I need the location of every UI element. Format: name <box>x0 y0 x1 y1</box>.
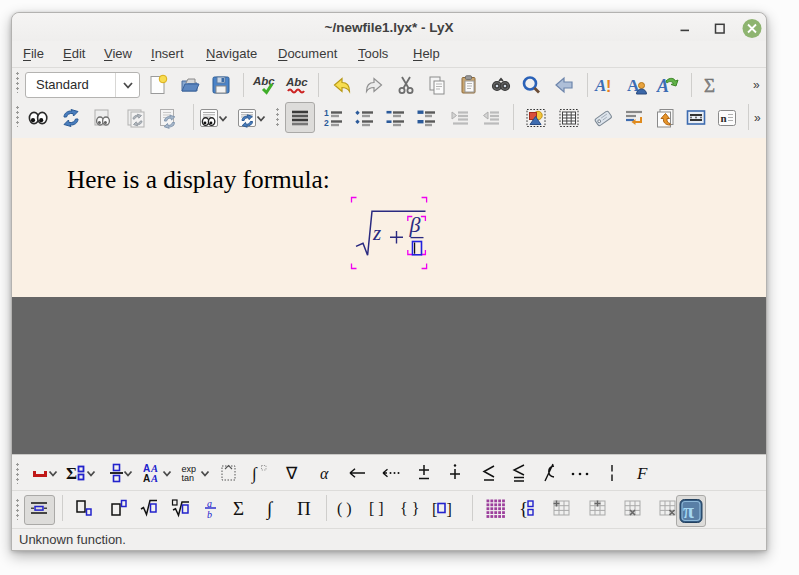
svg-text:π: π <box>683 500 694 522</box>
svg-text:]: ] <box>447 501 452 518</box>
svg-text:a: a <box>207 498 212 509</box>
svg-text:∫: ∫ <box>251 464 258 484</box>
svg-text:!: ! <box>606 78 611 95</box>
svg-text:b: b <box>207 509 212 520</box>
svg-text:A: A <box>656 76 669 96</box>
svg-text:∫: ∫ <box>266 498 274 520</box>
svg-text:»: » <box>754 111 761 125</box>
svg-text:1: 1 <box>324 108 329 118</box>
svg-text:2: 2 <box>324 118 329 128</box>
svg-text:F: F <box>636 464 648 483</box>
svg-text:[ ]: [ ] <box>369 500 384 517</box>
svg-text:Abc: Abc <box>285 76 308 88</box>
svg-text:β: β <box>409 212 421 237</box>
svg-text:A: A <box>143 473 150 484</box>
svg-text:Π: Π <box>297 498 311 519</box>
svg-text:{: { <box>519 498 528 519</box>
svg-text:n: n <box>721 112 727 124</box>
svg-text:Σ: Σ <box>66 464 77 483</box>
svg-text:∇: ∇ <box>285 464 298 483</box>
svg-text:A: A <box>594 76 606 95</box>
svg-text:[: [ <box>432 501 437 518</box>
svg-text:»: » <box>753 78 760 92</box>
svg-text:Σ: Σ <box>704 75 715 96</box>
svg-text:Σ: Σ <box>233 498 244 519</box>
svg-text:α: α <box>320 465 329 482</box>
svg-text:{ }: { } <box>400 500 419 517</box>
svg-text:z: z <box>372 221 381 245</box>
svg-text:( ): ( ) <box>337 500 352 518</box>
